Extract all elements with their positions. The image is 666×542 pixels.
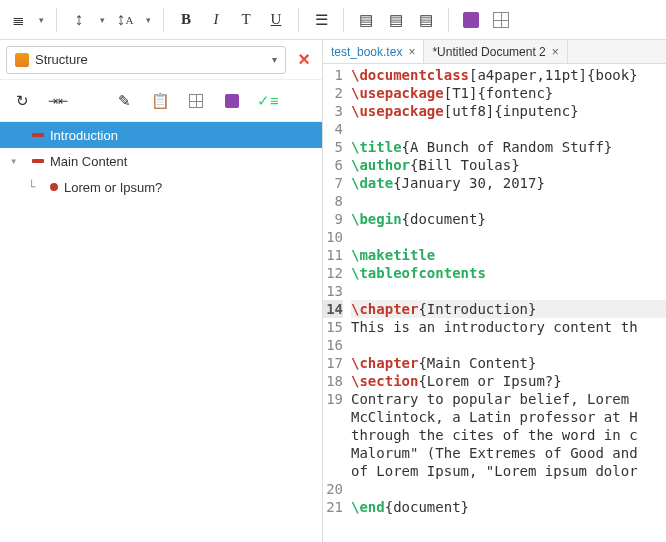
separator: [163, 8, 164, 32]
code-content[interactable]: \documentclass[a4paper,11pt]{book}\usepa…: [347, 64, 666, 542]
editor-tab[interactable]: *Untitled Document 2×: [424, 40, 567, 63]
line-number: 19: [323, 390, 343, 408]
editor-area: test_book.tex×*Untitled Document 2× 1234…: [323, 40, 666, 542]
paragraph-align-dropdown[interactable]: ▾: [34, 6, 48, 34]
bold-button[interactable]: B: [172, 6, 200, 34]
line-number: 20: [323, 480, 343, 498]
structure-icon: [15, 53, 29, 67]
code-line[interactable]: Contrary to popular belief, Lorem: [351, 390, 666, 408]
sidebar-tools: ↻ ⇥⇤ ✎ 📋 ✓≡: [0, 80, 322, 122]
code-line[interactable]: McClintock, a Latin professor at H: [351, 408, 666, 426]
line-spacing-icon[interactable]: ↕: [65, 6, 93, 34]
list-numbered-icon[interactable]: ▤: [352, 6, 380, 34]
code-line[interactable]: \section{Lorem or Ipsum?}: [351, 372, 666, 390]
paragraph-align-icon[interactable]: ≣: [4, 6, 32, 34]
code-line[interactable]: \chapter{Introduction}: [351, 300, 666, 318]
tab-close-icon[interactable]: ×: [408, 45, 415, 59]
code-line[interactable]: \usepackage[T1]{fontenc}: [351, 84, 666, 102]
code-line[interactable]: Malorum" (The Extremes of Good and: [351, 444, 666, 462]
line-number: 9: [323, 210, 343, 228]
image-tool-icon[interactable]: [220, 89, 244, 113]
line-number: 12: [323, 264, 343, 282]
code-editor[interactable]: 123456789101112131415161718192021 \docum…: [323, 64, 666, 542]
insert-table-icon[interactable]: [487, 6, 515, 34]
refresh-icon[interactable]: ↻: [10, 89, 34, 113]
code-line[interactable]: \begin{document}: [351, 210, 666, 228]
code-line[interactable]: \date{January 30, 2017}: [351, 174, 666, 192]
collapse-icon[interactable]: ⇥⇤: [46, 89, 70, 113]
code-line[interactable]: \maketitle: [351, 246, 666, 264]
editor-tab[interactable]: test_book.tex×: [323, 40, 424, 63]
code-line[interactable]: [351, 282, 666, 300]
chevron-down-icon: ▾: [272, 54, 277, 65]
code-line[interactable]: \documentclass[a4paper,11pt]{book}: [351, 66, 666, 84]
sidebar-header: Structure ▾ ×: [0, 40, 322, 80]
tab-bar: test_book.tex×*Untitled Document 2×: [323, 40, 666, 64]
font-size-dropdown[interactable]: ▾: [141, 6, 155, 34]
font-size-icon[interactable]: ↕A: [111, 6, 139, 34]
line-number: 11: [323, 246, 343, 264]
smallcaps-button[interactable]: T: [232, 6, 260, 34]
line-number: 8: [323, 192, 343, 210]
line-number: 14: [323, 300, 343, 318]
code-line[interactable]: [351, 228, 666, 246]
code-line[interactable]: [351, 120, 666, 138]
line-number: [323, 444, 343, 462]
close-sidebar-icon[interactable]: ×: [292, 48, 316, 72]
edit-tool-icon[interactable]: ✎: [112, 89, 136, 113]
line-number: 3: [323, 102, 343, 120]
line-number: 2: [323, 84, 343, 102]
tab-label: *Untitled Document 2: [432, 45, 545, 59]
separator: [343, 8, 344, 32]
code-line[interactable]: through the cites of the word in c: [351, 426, 666, 444]
structure-dropdown[interactable]: Structure ▾: [6, 46, 286, 74]
line-number: 18: [323, 372, 343, 390]
line-number: 1: [323, 66, 343, 84]
tab-close-icon[interactable]: ×: [552, 45, 559, 59]
code-line[interactable]: of Lorem Ipsum, "Lorem ipsum dolor: [351, 462, 666, 480]
line-number: 10: [323, 228, 343, 246]
code-line[interactable]: \title{A Bunch of Random Stuff}: [351, 138, 666, 156]
separator: [448, 8, 449, 32]
code-line[interactable]: \usepackage[utf8]{inputenc}: [351, 102, 666, 120]
section-marker-icon: [50, 183, 58, 191]
chapter-marker-icon: [32, 159, 44, 163]
list-bullet-icon[interactable]: ▤: [382, 6, 410, 34]
tree-toggle-icon[interactable]: ▾: [10, 154, 26, 168]
line-spacing-dropdown[interactable]: ▾: [95, 6, 109, 34]
line-number: 6: [323, 156, 343, 174]
code-line[interactable]: [351, 192, 666, 210]
clipboard-tool-icon[interactable]: 📋: [148, 89, 172, 113]
line-number: [323, 408, 343, 426]
code-line[interactable]: [351, 336, 666, 354]
structure-label: Structure: [35, 52, 88, 67]
code-line[interactable]: \chapter{Main Content}: [351, 354, 666, 372]
line-number: 15: [323, 318, 343, 336]
insert-image-icon[interactable]: [457, 6, 485, 34]
center-button[interactable]: ☰: [307, 6, 335, 34]
line-number: [323, 426, 343, 444]
underline-button[interactable]: U: [262, 6, 290, 34]
main-toolbar: ≣ ▾ ↕ ▾ ↕A ▾ B I T U ☰ ▤ ▤ ▤: [0, 0, 666, 40]
checklist-tool-icon[interactable]: ✓≡: [256, 89, 280, 113]
line-gutter: 123456789101112131415161718192021: [323, 64, 347, 542]
separator: [56, 8, 57, 32]
outline-item[interactable]: ▾Main Content: [0, 148, 322, 174]
code-line[interactable]: [351, 480, 666, 498]
code-line[interactable]: \author{Bill Toulas}: [351, 156, 666, 174]
code-line[interactable]: \tableofcontents: [351, 264, 666, 282]
table-tool-icon[interactable]: [184, 89, 208, 113]
code-line[interactable]: This is an introductory content th: [351, 318, 666, 336]
list-description-icon[interactable]: ▤: [412, 6, 440, 34]
tree-toggle-icon[interactable]: └: [28, 180, 44, 194]
code-line[interactable]: \end{document}: [351, 498, 666, 516]
outline-item[interactable]: └Lorem or Ipsum?: [0, 174, 322, 200]
italic-button[interactable]: I: [202, 6, 230, 34]
outline-label: Main Content: [50, 154, 127, 169]
line-number: 21: [323, 498, 343, 516]
main-area: Structure ▾ × ↻ ⇥⇤ ✎ 📋 ✓≡ Introduction▾M…: [0, 40, 666, 542]
sidebar: Structure ▾ × ↻ ⇥⇤ ✎ 📋 ✓≡ Introduction▾M…: [0, 40, 323, 542]
outline-item[interactable]: Introduction: [0, 122, 322, 148]
outline-tree: Introduction▾Main Content└Lorem or Ipsum…: [0, 122, 322, 542]
line-number: 5: [323, 138, 343, 156]
